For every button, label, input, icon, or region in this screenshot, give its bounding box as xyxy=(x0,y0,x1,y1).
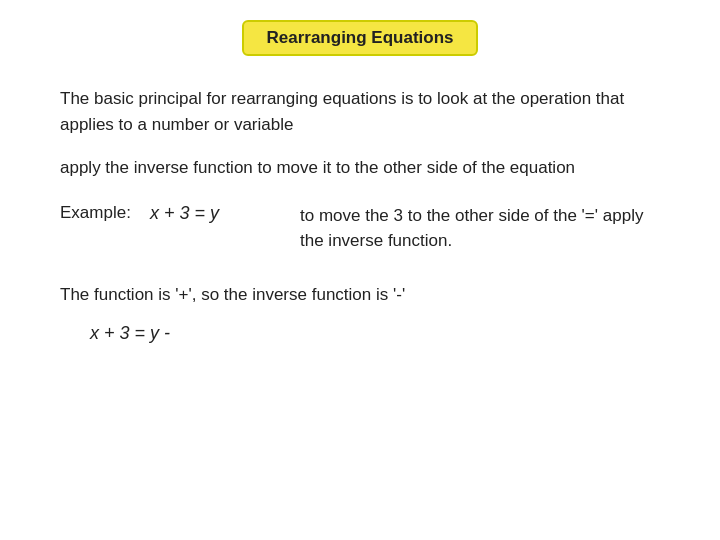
title-box: Rearranging Equations xyxy=(60,20,660,56)
function-text: The function is '+', so the inverse func… xyxy=(60,282,660,308)
final-y: y xyxy=(150,323,159,343)
final-x: x xyxy=(90,323,99,343)
final-plus3eq: + 3 = xyxy=(104,323,150,343)
example-label: Example: xyxy=(60,203,150,223)
eq-y: y xyxy=(210,203,219,223)
page: Rearranging Equations The basic principa… xyxy=(0,0,720,540)
intro-text: The basic principal for rearranging equa… xyxy=(60,86,660,137)
apply-text: apply the inverse function to move it to… xyxy=(60,155,660,181)
eq-plus: + 3 = xyxy=(164,203,210,223)
title-label: Rearranging Equations xyxy=(242,20,477,56)
example-row: Example: x + 3 = y to move the 3 to the … xyxy=(60,203,660,254)
eq-x: x xyxy=(150,203,159,223)
final-equation: x + 3 = y - xyxy=(90,323,660,344)
final-minus: - xyxy=(164,323,170,343)
example-equation: x + 3 = y xyxy=(150,203,300,224)
example-note: to move the 3 to the other side of the '… xyxy=(300,203,660,254)
